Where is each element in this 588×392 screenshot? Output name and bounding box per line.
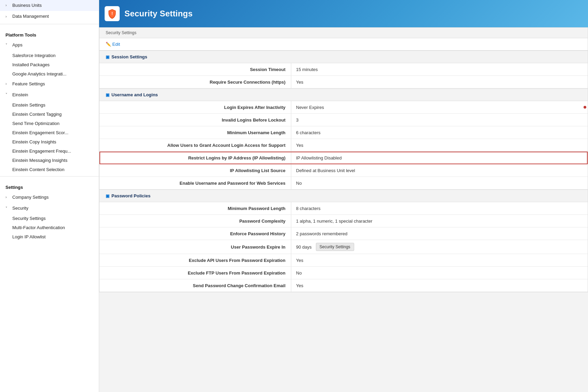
- chevron-icon: ˅: [5, 43, 10, 48]
- sidebar-item-data-management[interactable]: › Data Management: [0, 11, 99, 22]
- field-label: Restrict Logins by IP Address (IP Allowl…: [99, 153, 291, 163]
- field-label: Login Expires After Inactivity: [99, 102, 291, 113]
- field-value: Defined at Business Unit level: [291, 164, 588, 177]
- field-value: 6 characters: [291, 126, 588, 139]
- field-label: Exclude FTP Users From Password Expirati…: [99, 268, 291, 278]
- field-label: Allow Users to Grant Account Login Acces…: [99, 140, 291, 151]
- field-label: Enable Username and Password for Web Ser…: [99, 178, 291, 188]
- field-label: Password Complexity: [99, 216, 291, 226]
- settings-header: Settings: [0, 179, 99, 192]
- svg-text:!: !: [111, 11, 113, 16]
- edit-bar: ✏️ Edit: [99, 38, 588, 51]
- sidebar-item-business-units[interactable]: › Business Units: [0, 0, 99, 11]
- field-allow-account-login: Allow Users to Grant Account Login Acces…: [99, 139, 588, 152]
- field-label: Minimum Username Length: [99, 127, 291, 138]
- sidebar-item-feature-settings[interactable]: › Feature Settings: [0, 79, 99, 89]
- field-label: Send Password Change Confirmation Email: [99, 280, 291, 291]
- content-area: Security Settings ✏️ Edit ▣ Session Sett…: [99, 27, 588, 292]
- sidebar-item-einstein-copy-insights[interactable]: Einstein Copy Insights: [0, 137, 99, 146]
- field-value: Yes: [291, 76, 588, 88]
- field-password-complexity: Password Complexity 1 alpha, 1 numeric, …: [99, 215, 588, 227]
- shield-icon: !: [107, 9, 117, 19]
- field-exclude-api-users: Exclude API Users From Password Expirati…: [99, 254, 588, 267]
- field-exclude-ftp-users: Exclude FTP Users From Password Expirati…: [99, 267, 588, 279]
- field-login-expires: Login Expires After Inactivity Never Exp…: [99, 101, 588, 114]
- session-settings-section: ▣ Session Settings Session Timeout 15 mi…: [99, 51, 588, 88]
- username-logins-header: ▣ Username and Logins: [99, 89, 588, 101]
- field-invalid-logins: Invalid Logins Before Lockout 3: [99, 114, 588, 126]
- field-label: User Passwords Expire In: [99, 242, 291, 252]
- chevron-icon: ˅: [5, 92, 10, 97]
- field-label: IP Allowlisting List Source: [99, 165, 291, 176]
- field-label: Session Timeout: [99, 64, 291, 75]
- sidebar-item-einstein-content-selection[interactable]: Einstein Content Selection: [0, 165, 99, 174]
- session-settings-header: ▣ Session Settings: [99, 51, 588, 63]
- field-enable-username-password: Enable Username and Password for Web Ser…: [99, 177, 588, 190]
- sidebar-item-google-analytics[interactable]: Google Analytics Integrati...: [0, 69, 99, 79]
- field-min-password-length: Minimum Password Length 8 characters: [99, 202, 588, 215]
- collapse-icon[interactable]: ▣: [106, 93, 109, 97]
- field-value: 2 passwords remembered: [291, 227, 588, 240]
- field-user-passwords-expire: User Passwords Expire In 90 days Securit…: [99, 240, 588, 254]
- field-value: 3: [291, 114, 588, 126]
- platform-tools-header: Platform Tools: [0, 26, 99, 40]
- field-value: 8 characters: [291, 202, 588, 214]
- sidebar-item-einstein-settings[interactable]: Einstein Settings: [0, 100, 99, 110]
- sidebar-item-einstein-engagement-freq[interactable]: Einstein Engagement Frequ...: [0, 146, 99, 156]
- field-value: 1 alpha, 1 numeric, 1 special character: [291, 215, 588, 227]
- field-require-secure: Require Secure Connections (https) Yes: [99, 76, 588, 88]
- collapse-icon[interactable]: ▣: [106, 55, 109, 59]
- sidebar-item-security-settings[interactable]: Security Settings: [0, 214, 99, 223]
- field-label: Exclude API Users From Password Expirati…: [99, 255, 291, 266]
- header-icon-container: !: [105, 6, 120, 21]
- sidebar-item-security[interactable]: ˅ Security: [0, 203, 99, 214]
- field-send-password-change-email: Send Password Change Confirmation Email …: [99, 279, 588, 292]
- sidebar-item-salesforce-integration[interactable]: Salesforce Integration: [0, 51, 99, 60]
- chevron-icon: ›: [5, 14, 10, 19]
- field-value: Never Expires: [291, 101, 588, 113]
- divider: [0, 176, 99, 177]
- field-session-timeout: Session Timeout 15 minutes: [99, 63, 588, 76]
- sidebar-item-multi-factor-auth[interactable]: Multi-Factor Authentication: [0, 223, 99, 232]
- password-policies-header: ▣ Password Policies: [99, 190, 588, 202]
- collapse-icon[interactable]: ▣: [106, 194, 109, 198]
- sidebar-item-einstein[interactable]: ˅ Einstein: [0, 89, 99, 100]
- chevron-icon: ›: [5, 3, 10, 8]
- sidebar-item-einstein-content-tagging[interactable]: Einstein Content Tagging: [0, 110, 99, 119]
- sidebar-item-apps[interactable]: ˅ Apps: [0, 40, 99, 51]
- sidebar-item-einstein-engagement-score[interactable]: Einstein Engagement Scor...: [0, 128, 99, 137]
- sidebar-item-einstein-messaging-insights[interactable]: Einstein Messaging Insights: [0, 156, 99, 165]
- field-value: 15 minutes: [291, 63, 588, 75]
- field-value: Yes: [291, 279, 588, 292]
- field-restrict-logins: Restrict Logins by IP Address (IP Allowl…: [99, 152, 588, 164]
- breadcrumb: Security Settings: [99, 28, 588, 38]
- password-policies-section: ▣ Password Policies Minimum Password Len…: [99, 190, 588, 292]
- main-content: ! Security Settings Security Settings ✏️…: [99, 0, 588, 392]
- edit-button[interactable]: ✏️ Edit: [106, 42, 120, 47]
- sidebar: › Business Units › Data Management Platf…: [0, 0, 99, 392]
- field-value: 90 days Security Settings: [291, 240, 588, 254]
- field-min-username-length: Minimum Username Length 6 characters: [99, 126, 588, 139]
- page-title: Security Settings: [124, 9, 192, 18]
- red-dot-indicator: [584, 106, 586, 109]
- field-enforce-password-history: Enforce Password History 2 passwords rem…: [99, 227, 588, 240]
- field-label: Minimum Password Length: [99, 203, 291, 214]
- field-value: No: [291, 177, 588, 189]
- username-logins-section: ▣ Username and Logins Login Expires Afte…: [99, 88, 588, 190]
- sidebar-item-company-settings[interactable]: › Company Settings: [0, 192, 99, 203]
- main-header: ! Security Settings: [99, 0, 588, 27]
- field-value: No: [291, 267, 588, 279]
- sidebar-item-login-ip-allowlist[interactable]: Login IP Allowlist: [0, 232, 99, 241]
- sidebar-item-installed-packages[interactable]: Installed Packages: [0, 60, 99, 69]
- sidebar-item-send-time-optimization[interactable]: Send Time Optimization: [0, 119, 99, 128]
- field-label: Invalid Logins Before Lockout: [99, 115, 291, 125]
- divider: [0, 24, 99, 24]
- chevron-icon: ˅: [5, 206, 10, 211]
- chevron-icon: ›: [5, 81, 10, 86]
- security-settings-badge: Security Settings: [316, 243, 354, 251]
- field-value: Yes: [291, 139, 588, 151]
- field-label: Require Secure Connections (https): [99, 77, 291, 87]
- field-value: Yes: [291, 254, 588, 266]
- chevron-icon: ›: [5, 195, 10, 200]
- field-label: Enforce Password History: [99, 228, 291, 239]
